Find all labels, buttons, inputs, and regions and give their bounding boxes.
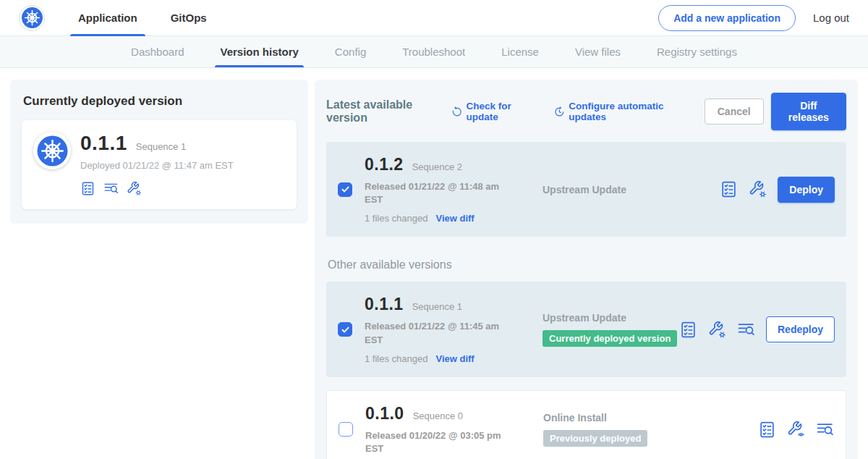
logout-link[interactable]: Log out: [813, 12, 849, 24]
version-number: 0.1.0: [365, 404, 404, 424]
view-diff-link[interactable]: View diff: [435, 353, 474, 364]
deployed-version-info: 0.1.1 Sequence 1 Deployed 01/21/22 @ 11:…: [80, 132, 234, 196]
version-checkbox[interactable]: [338, 322, 352, 337]
main-content: Currently deployed version 0.1.1 Sequenc…: [0, 68, 868, 459]
source-label: Upstream Update: [542, 184, 720, 195]
version-source: Upstream Update: [519, 184, 720, 195]
released-timestamp: Released 01/21/22 @ 11:48 am EST: [365, 180, 509, 206]
configure-automatic-updates-link[interactable]: Configure automatic updates: [554, 101, 686, 122]
deploy-button[interactable]: Deploy: [778, 177, 835, 203]
refresh-icon: [451, 106, 462, 118]
subnav-config[interactable]: Config: [317, 36, 384, 67]
check-for-update-label: Check for update: [466, 101, 535, 122]
subnav-troubleshoot-label: Troubleshoot: [402, 46, 465, 58]
version-actions: Deploy: [720, 177, 835, 203]
version-info: 0.1.2 Sequence 2 Released 01/21/22 @ 11:…: [365, 155, 519, 224]
deployed-version-card: 0.1.1 Sequence 1 Deployed 01/21/22 @ 11:…: [22, 120, 297, 209]
clock-refresh-icon: [554, 106, 565, 118]
subnav-registry-settings-label: Registry settings: [657, 46, 737, 58]
version-actions: [758, 421, 834, 439]
kubernetes-logo-icon: [21, 7, 43, 29]
preflight-checks-icon[interactable]: [679, 321, 697, 339]
configure-automatic-updates-label: Configure automatic updates: [569, 101, 685, 122]
view-diff-link[interactable]: View diff: [435, 213, 474, 224]
subnav-view-files[interactable]: View files: [557, 36, 639, 67]
add-application-button[interactable]: Add a new application: [658, 5, 796, 31]
tab-gitops[interactable]: GitOps: [165, 0, 213, 36]
view-config-icon[interactable]: [787, 421, 805, 439]
version-checkbox[interactable]: [338, 182, 352, 197]
preflight-checks-icon[interactable]: [758, 421, 776, 439]
check-for-update-link[interactable]: Check for update: [451, 101, 535, 122]
version-row-0-1-0: 0.1.0 Sequence 0 Released 01/20/22 @ 03:…: [326, 390, 846, 459]
cancel-button[interactable]: Cancel: [705, 98, 764, 125]
diff-releases-button[interactable]: Diff releases: [771, 93, 846, 130]
edit-config-icon[interactable]: [127, 181, 142, 196]
subnav-dashboard-label: Dashboard: [131, 46, 184, 58]
currently-deployed-badge: Currently deployed version: [542, 330, 677, 347]
deployed-version-number: 0.1.1: [80, 132, 127, 155]
edit-config-icon[interactable]: [708, 321, 726, 339]
subnav-license-label: License: [501, 46, 539, 58]
top-nav: Application GitOps Add a new application…: [0, 0, 868, 36]
app-logo: [19, 5, 45, 31]
files-changed-label: 1 files changed: [365, 353, 427, 364]
tab-application[interactable]: Application: [72, 0, 143, 36]
edit-config-icon[interactable]: [749, 180, 767, 198]
deployed-sequence-label: Sequence 1: [136, 141, 186, 152]
version-source: Upstream Update Currently deployed versi…: [519, 312, 679, 347]
redeploy-button[interactable]: Redeploy: [766, 316, 835, 342]
kubernetes-logo-icon: [36, 135, 69, 167]
files-changed-label: 1 files changed: [365, 213, 427, 224]
version-number: 0.1.2: [365, 155, 404, 174]
sequence-label: Sequence 0: [413, 410, 463, 421]
subnav-version-history[interactable]: Version history: [202, 36, 316, 67]
currently-deployed-panel: Currently deployed version 0.1.1 Sequenc…: [10, 80, 308, 224]
version-source: Online Install Previously deployed: [520, 412, 758, 447]
subnav-version-history-label: Version history: [220, 46, 298, 58]
subnav-troubleshoot[interactable]: Troubleshoot: [384, 36, 483, 67]
deploy-logs-icon[interactable]: [737, 321, 755, 339]
released-timestamp: Released 01/20/22 @ 03:05 pm EST: [365, 429, 510, 455]
version-checkbox[interactable]: [339, 422, 353, 437]
deployed-timestamp: Deployed 01/21/22 @ 11:47 am EST: [80, 160, 234, 171]
tab-gitops-label: GitOps: [171, 12, 207, 24]
subnav-config-label: Config: [335, 46, 366, 58]
source-label: Online Install: [543, 412, 758, 424]
version-history-panel: Latest available version Check for updat…: [315, 80, 858, 459]
version-number: 0.1.1: [365, 295, 404, 314]
released-timestamp: Released 01/21/22 @ 11:45 am EST: [365, 320, 509, 346]
currently-deployed-title: Currently deployed version: [23, 94, 295, 109]
source-label: Upstream Update: [542, 312, 679, 324]
deployed-version-actions: [80, 181, 234, 196]
version-actions: Redeploy: [679, 316, 835, 342]
version-row-0-1-1: 0.1.1 Sequence 1 Released 01/21/22 @ 11:…: [326, 282, 846, 376]
subnav-view-files-label: View files: [575, 46, 621, 58]
deploy-logs-icon[interactable]: [816, 421, 834, 439]
sequence-label: Sequence 2: [412, 161, 462, 172]
subnav-dashboard[interactable]: Dashboard: [113, 36, 202, 67]
subnav-registry-settings[interactable]: Registry settings: [639, 36, 755, 67]
deployed-app-logo: [33, 132, 71, 169]
preflight-checks-icon[interactable]: [720, 180, 738, 198]
version-row-0-1-2: 0.1.2 Sequence 2 Released 01/21/22 @ 11:…: [326, 142, 846, 237]
checkmark-icon: [341, 325, 350, 334]
latest-version-title: Latest available version: [326, 98, 440, 125]
version-info: 0.1.0 Sequence 0 Released 01/20/22 @ 03:…: [365, 404, 520, 455]
latest-version-header: Latest available version Check for updat…: [326, 93, 846, 130]
app-sub-nav: Dashboard Version history Config Trouble…: [0, 36, 868, 68]
deploy-logs-icon[interactable]: [103, 181, 119, 196]
other-versions-title: Other available versions: [328, 258, 845, 271]
version-info: 0.1.1 Sequence 1 Released 01/21/22 @ 11:…: [365, 295, 519, 363]
preflight-checks-icon[interactable]: [80, 181, 95, 196]
checkmark-icon: [341, 185, 350, 194]
subnav-license[interactable]: License: [483, 36, 557, 67]
tab-application-label: Application: [78, 12, 137, 24]
previously-deployed-badge: Previously deployed: [543, 430, 647, 447]
sequence-label: Sequence 1: [412, 301, 462, 312]
